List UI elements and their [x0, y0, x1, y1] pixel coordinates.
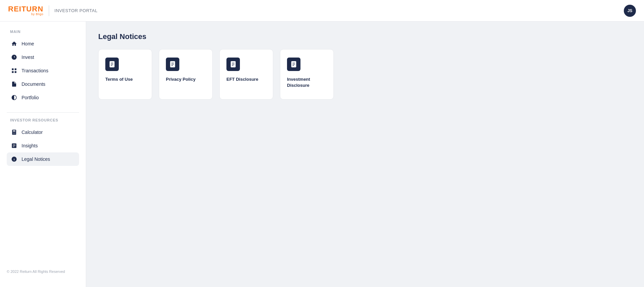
svg-point-12: [15, 134, 15, 134]
sidebar-item-label: Calculator: [22, 130, 43, 135]
investment-document-icon: [287, 58, 300, 71]
resources-section-label: Investor Resources: [3, 118, 82, 125]
main-layout: Main Home Invest: [0, 22, 644, 287]
resources-nav: Calculator Insights Legal Notices: [3, 125, 82, 166]
header-divider: [49, 5, 49, 16]
sidebar-item-label: Invest: [22, 55, 34, 60]
investment-disclosure-card[interactable]: Investment Disclosure: [280, 49, 334, 100]
portal-label: INVESTOR PORTAL: [55, 8, 98, 13]
sidebar-item-label: Documents: [22, 81, 45, 87]
svg-rect-6: [13, 131, 15, 132]
sidebar-item-label: Insights: [22, 143, 38, 148]
logo: REITURN by Bligo: [8, 5, 43, 16]
main-nav: Home Invest Transactions: [3, 37, 82, 104]
invest-icon: [11, 54, 17, 61]
sidebar-divider: [7, 112, 79, 113]
avatar[interactable]: JS: [624, 5, 636, 17]
page-title: Legal Notices: [98, 32, 632, 41]
sidebar-item-label: Home: [22, 41, 34, 46]
svg-point-10: [13, 134, 13, 134]
insights-icon: [11, 142, 17, 149]
terms-document-icon: [105, 58, 119, 71]
home-icon: [11, 40, 17, 47]
documents-icon: [11, 81, 17, 87]
eft-disclosure-label: EFT Disclosure: [226, 76, 258, 82]
sidebar-item-transactions[interactable]: Transactions: [7, 64, 79, 77]
investment-disclosure-label: Investment Disclosure: [287, 76, 327, 88]
info-icon: [11, 156, 17, 163]
sidebar-item-invest[interactable]: Invest: [7, 50, 79, 64]
sidebar-item-legal-notices[interactable]: Legal Notices: [7, 152, 79, 166]
eft-document-icon: [226, 58, 240, 71]
sidebar-item-insights[interactable]: Insights: [7, 139, 79, 152]
svg-rect-4: [15, 71, 16, 73]
svg-point-8: [14, 133, 14, 133]
terms-of-use-card[interactable]: Terms of Use: [98, 49, 152, 100]
header: REITURN by Bligo INVESTOR PORTAL JS: [0, 0, 644, 22]
sidebar-item-calculator[interactable]: Calculator: [7, 125, 79, 139]
svg-rect-2: [15, 68, 16, 70]
privacy-policy-label: Privacy Policy: [166, 76, 195, 82]
svg-rect-1: [12, 68, 13, 70]
svg-point-9: [15, 133, 15, 133]
privacy-policy-card[interactable]: Privacy Policy: [159, 49, 213, 100]
sidebar-item-home[interactable]: Home: [7, 37, 79, 50]
sidebar-item-portfolio[interactable]: Portfolio: [7, 91, 79, 104]
svg-rect-3: [12, 71, 13, 73]
sidebar-item-label: Portfolio: [22, 95, 39, 100]
sidebar-item-documents[interactable]: Documents: [7, 77, 79, 91]
sidebar-footer: © 2022 Reiturn All Rights Reserved: [0, 264, 86, 279]
logo-subtext: by Bligo: [8, 13, 43, 16]
content: Legal Notices Terms of Use Privacy Polic…: [86, 22, 644, 287]
sidebar: Main Home Invest: [0, 22, 86, 287]
svg-point-11: [14, 134, 14, 134]
terms-of-use-label: Terms of Use: [105, 76, 133, 82]
logo-text: REITURN: [8, 5, 43, 13]
cards-grid: Terms of Use Privacy Policy EFT Disclosu…: [98, 49, 632, 100]
sidebar-item-label: Legal Notices: [22, 156, 50, 162]
header-left: REITURN by Bligo INVESTOR PORTAL: [8, 5, 98, 16]
privacy-document-icon: [166, 58, 179, 71]
eft-disclosure-card[interactable]: EFT Disclosure: [219, 49, 273, 100]
transactions-icon: [11, 67, 17, 74]
svg-point-7: [13, 133, 13, 133]
calculator-icon: [11, 129, 17, 136]
portfolio-icon: [11, 94, 17, 101]
main-section-label: Main: [3, 30, 82, 37]
sidebar-item-label: Transactions: [22, 68, 48, 73]
